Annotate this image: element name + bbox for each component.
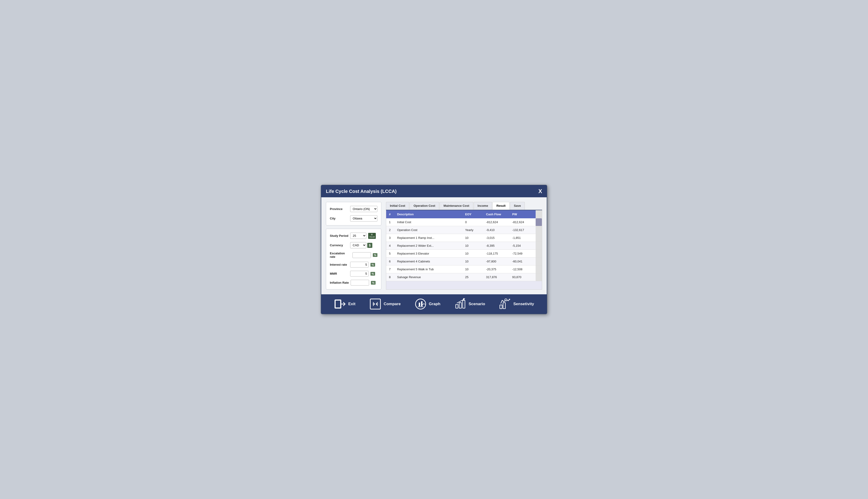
cell-desc: Replacement 3 Elevator	[394, 250, 462, 258]
dialog-body: Province Ontario (ON) City Ottawa Study …	[321, 197, 547, 294]
interest-input[interactable]	[350, 262, 369, 268]
svg-rect-6	[421, 301, 422, 306]
table-row: 5 Replacement 3 Elevator 10 -118,175 -72…	[386, 250, 542, 258]
province-select[interactable]: Ontario (ON)	[350, 206, 377, 212]
cell-pw: -60,041	[509, 258, 536, 266]
cell-eoy: 25	[462, 273, 483, 281]
tab-initial-cost[interactable]: Initial Cost	[386, 202, 409, 210]
svg-rect-1	[335, 300, 340, 308]
tab-operation-cost[interactable]: Operation Cost	[410, 202, 439, 210]
cell-eoy: 10	[462, 258, 483, 266]
sensitivity-label: Sensetivity	[513, 302, 534, 306]
svg-rect-0	[335, 300, 341, 308]
cell-cf: -20,375	[483, 266, 509, 273]
tab-result[interactable]: Result	[493, 202, 509, 210]
scrollbar-cell	[536, 234, 542, 242]
table-empty-row	[386, 281, 542, 290]
cell-cf: -3,015	[483, 234, 509, 242]
escalation-input[interactable]	[352, 252, 371, 258]
title-bar: Life Cycle Cost Analysis (LCCA) X	[321, 185, 547, 197]
graph-icon	[414, 298, 426, 310]
svg-rect-8	[459, 303, 461, 308]
cell-num: 5	[386, 250, 394, 258]
mmr-label: MMR	[330, 272, 348, 275]
cell-num: 6	[386, 258, 394, 266]
scenario-label: Scenario	[469, 302, 485, 306]
dollar-icon: $	[367, 243, 372, 248]
inflation-label: Inflation Rate	[330, 281, 349, 284]
study-period-row: Study Period 25 ⊞YEAR	[330, 233, 377, 239]
col-header-eoy: EOY	[462, 210, 483, 218]
footer-toolbar: Exit Compare Graph	[321, 294, 547, 314]
tab-save[interactable]: Save	[510, 202, 525, 210]
cell-num: 2	[386, 226, 394, 234]
cell-desc: Operation Cost	[394, 226, 462, 234]
table-row: 3 Replacement 1 Ramp Inst... 10 -3,015 -…	[386, 234, 542, 242]
cell-num: 1	[386, 218, 394, 226]
mmr-pct: %	[371, 272, 375, 276]
exit-label: Exit	[348, 302, 356, 306]
cell-pw: -1,851	[509, 234, 536, 242]
cell-pw: 93,870	[509, 273, 536, 281]
cell-num: 7	[386, 266, 394, 273]
exit-button[interactable]: Exit	[334, 298, 356, 310]
sensitivity-button[interactable]: $ Sensetivity	[499, 298, 534, 310]
study-period-select[interactable]: 25	[350, 233, 366, 239]
cell-eoy: 0	[462, 218, 483, 226]
svg-rect-9	[463, 300, 465, 308]
svg-rect-7	[456, 304, 458, 308]
province-row: Province Ontario (ON)	[330, 206, 377, 212]
compare-button[interactable]: Compare	[369, 298, 401, 310]
city-row: City Ottawa	[330, 215, 377, 221]
cell-desc: Replacement 2 Wider Ext...	[394, 242, 462, 250]
mmr-input[interactable]	[350, 271, 369, 277]
right-panel: Initial Cost Operation Cost Maintenance …	[386, 202, 542, 290]
inflation-input[interactable]	[351, 280, 369, 285]
inflation-pct: %	[371, 281, 375, 284]
inflation-row: Inflation Rate %	[330, 280, 377, 285]
scrollbar-cell	[536, 266, 542, 273]
close-button[interactable]: X	[538, 188, 542, 194]
cell-pw: -72,549	[509, 250, 536, 258]
cell-eoy: 10	[462, 250, 483, 258]
col-header-cf: Cash Flow	[483, 210, 509, 218]
city-label: City	[330, 217, 348, 220]
currency-controls: CAD $	[350, 242, 372, 248]
left-panel: Province Ontario (ON) City Ottawa Study …	[326, 202, 381, 290]
compare-label: Compare	[384, 302, 401, 306]
scrollbar-cell	[536, 250, 542, 258]
graph-button[interactable]: Graph	[414, 298, 441, 310]
svg-point-10	[463, 299, 464, 300]
currency-select[interactable]: CAD	[350, 242, 366, 248]
sensitivity-icon: $	[499, 298, 511, 310]
tab-maintenance-cost[interactable]: Maintenance Cost	[439, 202, 473, 210]
tab-bar: Initial Cost Operation Cost Maintenance …	[386, 202, 542, 210]
cell-desc: Replacement 5 Walk in Tub	[394, 266, 462, 273]
svg-rect-3	[370, 299, 381, 309]
cell-eoy: 10	[462, 266, 483, 273]
mmr-row: MMR %	[330, 271, 377, 277]
svg-rect-5	[419, 303, 420, 306]
location-card: Province Ontario (ON) City Ottawa	[326, 202, 381, 226]
cell-cf: -9,410	[483, 226, 509, 234]
cell-pw: -812,624	[509, 218, 536, 226]
scenario-button[interactable]: Scenario	[454, 298, 485, 310]
scrollbar-cell	[536, 218, 542, 226]
province-label: Province	[330, 207, 348, 211]
svg-rect-13	[503, 303, 505, 309]
tab-income[interactable]: Income	[474, 202, 492, 210]
cell-cf: -97,800	[483, 258, 509, 266]
cell-pw: -132,617	[509, 226, 536, 234]
escalation-label: Escalation rate	[330, 252, 351, 258]
city-select[interactable]: Ottawa	[350, 215, 377, 221]
cell-desc: Initial Cost	[394, 218, 462, 226]
table-row: 7 Replacement 5 Walk in Tub 10 -20,375 -…	[386, 266, 542, 273]
cell-pw: -5,154	[509, 242, 536, 250]
col-header-desc: Description	[394, 210, 462, 218]
exit-icon	[334, 298, 346, 310]
svg-rect-12	[500, 305, 502, 309]
col-header-pw: PW	[509, 210, 536, 218]
compare-icon	[369, 298, 381, 310]
scenario-icon	[454, 298, 466, 310]
cell-num: 4	[386, 242, 394, 250]
